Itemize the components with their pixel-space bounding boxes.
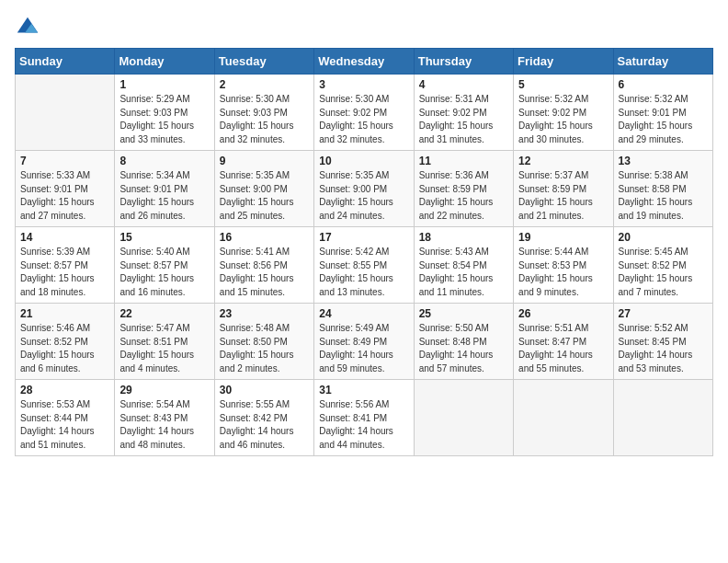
calendar-body: 1Sunrise: 5:29 AM Sunset: 9:03 PM Daylig… bbox=[16, 75, 713, 456]
day-info: Sunrise: 5:33 AM Sunset: 9:01 PM Dayligh… bbox=[20, 169, 109, 223]
day-number: 13 bbox=[619, 155, 708, 167]
day-info: Sunrise: 5:39 AM Sunset: 8:57 PM Dayligh… bbox=[20, 246, 109, 299]
day-info: Sunrise: 5:30 AM Sunset: 9:02 PM Dayligh… bbox=[319, 93, 408, 146]
calendar: SundayMondayTuesdayWednesdayThursdayFrid… bbox=[15, 48, 713, 456]
calendar-week-3: 14Sunrise: 5:39 AM Sunset: 8:57 PM Dayli… bbox=[16, 227, 713, 304]
day-number: 4 bbox=[419, 78, 508, 91]
calendar-cell: 11Sunrise: 5:36 AM Sunset: 8:59 PM Dayli… bbox=[414, 151, 513, 227]
day-number: 25 bbox=[419, 307, 508, 320]
day-info: Sunrise: 5:37 AM Sunset: 8:59 PM Dayligh… bbox=[518, 169, 608, 223]
weekday-header-wednesday: Wednesday bbox=[314, 49, 414, 75]
calendar-cell: 9Sunrise: 5:35 AM Sunset: 9:00 PM Daylig… bbox=[214, 151, 313, 227]
weekday-header-sunday: Sunday bbox=[16, 49, 115, 75]
calendar-week-4: 21Sunrise: 5:46 AM Sunset: 8:52 PM Dayli… bbox=[16, 304, 713, 380]
day-number: 18 bbox=[419, 231, 508, 244]
calendar-cell: 13Sunrise: 5:38 AM Sunset: 8:58 PM Dayli… bbox=[613, 151, 712, 227]
day-number: 17 bbox=[319, 231, 408, 244]
day-number: 15 bbox=[119, 231, 209, 244]
calendar-cell: 22Sunrise: 5:47 AM Sunset: 8:51 PM Dayli… bbox=[115, 304, 214, 380]
day-number: 9 bbox=[220, 155, 309, 167]
calendar-cell: 10Sunrise: 5:35 AM Sunset: 9:00 PM Dayli… bbox=[314, 151, 414, 227]
day-info: Sunrise: 5:34 AM Sunset: 9:01 PM Dayligh… bbox=[119, 169, 209, 223]
calendar-cell: 31Sunrise: 5:56 AM Sunset: 8:41 PM Dayli… bbox=[314, 380, 414, 456]
day-number: 24 bbox=[319, 307, 408, 320]
day-info: Sunrise: 5:52 AM Sunset: 8:45 PM Dayligh… bbox=[619, 322, 708, 375]
day-info: Sunrise: 5:29 AM Sunset: 9:03 PM Dayligh… bbox=[119, 93, 209, 146]
day-number: 30 bbox=[220, 384, 309, 396]
calendar-cell: 8Sunrise: 5:34 AM Sunset: 9:01 PM Daylig… bbox=[115, 151, 214, 227]
day-info: Sunrise: 5:32 AM Sunset: 9:01 PM Dayligh… bbox=[619, 93, 708, 146]
calendar-cell: 15Sunrise: 5:40 AM Sunset: 8:57 PM Dayli… bbox=[115, 227, 214, 304]
calendar-cell: 25Sunrise: 5:50 AM Sunset: 8:48 PM Dayli… bbox=[414, 304, 513, 380]
day-number: 27 bbox=[619, 307, 708, 320]
calendar-cell bbox=[514, 380, 613, 456]
day-number: 16 bbox=[220, 231, 309, 244]
calendar-cell: 19Sunrise: 5:44 AM Sunset: 8:53 PM Dayli… bbox=[514, 227, 613, 304]
day-info: Sunrise: 5:49 AM Sunset: 8:49 PM Dayligh… bbox=[319, 322, 408, 375]
day-info: Sunrise: 5:50 AM Sunset: 8:48 PM Dayligh… bbox=[419, 322, 508, 375]
calendar-cell bbox=[414, 380, 513, 456]
day-info: Sunrise: 5:51 AM Sunset: 8:47 PM Dayligh… bbox=[518, 322, 608, 375]
day-number: 21 bbox=[20, 307, 109, 320]
weekday-row: SundayMondayTuesdayWednesdayThursdayFrid… bbox=[16, 49, 713, 75]
calendar-cell: 7Sunrise: 5:33 AM Sunset: 9:01 PM Daylig… bbox=[16, 151, 115, 227]
day-info: Sunrise: 5:53 AM Sunset: 8:44 PM Dayligh… bbox=[20, 398, 109, 452]
calendar-header: SundayMondayTuesdayWednesdayThursdayFrid… bbox=[16, 49, 713, 75]
day-info: Sunrise: 5:36 AM Sunset: 8:59 PM Dayligh… bbox=[419, 169, 508, 223]
day-info: Sunrise: 5:32 AM Sunset: 9:02 PM Dayligh… bbox=[518, 93, 608, 146]
calendar-cell: 17Sunrise: 5:42 AM Sunset: 8:55 PM Dayli… bbox=[314, 227, 414, 304]
day-number: 23 bbox=[220, 307, 309, 320]
day-number: 7 bbox=[20, 155, 109, 167]
weekday-header-friday: Friday bbox=[514, 49, 613, 75]
day-info: Sunrise: 5:54 AM Sunset: 8:43 PM Dayligh… bbox=[119, 398, 209, 452]
day-number: 3 bbox=[319, 78, 408, 91]
day-info: Sunrise: 5:38 AM Sunset: 8:58 PM Dayligh… bbox=[619, 169, 708, 223]
day-number: 20 bbox=[619, 231, 708, 244]
calendar-cell: 12Sunrise: 5:37 AM Sunset: 8:59 PM Dayli… bbox=[514, 151, 613, 227]
logo bbox=[15, 15, 44, 40]
calendar-week-5: 28Sunrise: 5:53 AM Sunset: 8:44 PM Dayli… bbox=[16, 380, 713, 456]
day-info: Sunrise: 5:47 AM Sunset: 8:51 PM Dayligh… bbox=[119, 322, 209, 375]
day-info: Sunrise: 5:48 AM Sunset: 8:50 PM Dayligh… bbox=[220, 322, 309, 375]
day-number: 31 bbox=[319, 384, 408, 396]
day-number: 10 bbox=[319, 155, 408, 167]
day-info: Sunrise: 5:30 AM Sunset: 9:03 PM Dayligh… bbox=[220, 93, 309, 146]
calendar-cell: 28Sunrise: 5:53 AM Sunset: 8:44 PM Dayli… bbox=[16, 380, 115, 456]
day-number: 12 bbox=[518, 155, 608, 167]
weekday-header-thursday: Thursday bbox=[414, 49, 513, 75]
day-number: 14 bbox=[20, 231, 109, 244]
calendar-cell bbox=[613, 380, 712, 456]
day-info: Sunrise: 5:43 AM Sunset: 8:54 PM Dayligh… bbox=[419, 246, 508, 299]
day-number: 11 bbox=[419, 155, 508, 167]
weekday-header-saturday: Saturday bbox=[613, 49, 712, 75]
calendar-cell: 24Sunrise: 5:49 AM Sunset: 8:49 PM Dayli… bbox=[314, 304, 414, 380]
header bbox=[15, 15, 713, 40]
calendar-cell: 26Sunrise: 5:51 AM Sunset: 8:47 PM Dayli… bbox=[514, 304, 613, 380]
calendar-cell: 16Sunrise: 5:41 AM Sunset: 8:56 PM Dayli… bbox=[214, 227, 313, 304]
day-number: 6 bbox=[619, 78, 708, 91]
day-info: Sunrise: 5:35 AM Sunset: 9:00 PM Dayligh… bbox=[220, 169, 309, 223]
calendar-cell: 3Sunrise: 5:30 AM Sunset: 9:02 PM Daylig… bbox=[314, 75, 414, 151]
day-number: 8 bbox=[119, 155, 209, 167]
day-info: Sunrise: 5:56 AM Sunset: 8:41 PM Dayligh… bbox=[319, 398, 408, 452]
calendar-cell: 2Sunrise: 5:30 AM Sunset: 9:03 PM Daylig… bbox=[214, 75, 313, 151]
day-info: Sunrise: 5:35 AM Sunset: 9:00 PM Dayligh… bbox=[319, 169, 408, 223]
day-info: Sunrise: 5:45 AM Sunset: 8:52 PM Dayligh… bbox=[619, 246, 708, 299]
calendar-cell: 5Sunrise: 5:32 AM Sunset: 9:02 PM Daylig… bbox=[514, 75, 613, 151]
calendar-cell: 23Sunrise: 5:48 AM Sunset: 8:50 PM Dayli… bbox=[214, 304, 313, 380]
day-number: 29 bbox=[119, 384, 209, 396]
weekday-header-tuesday: Tuesday bbox=[214, 49, 313, 75]
calendar-cell: 14Sunrise: 5:39 AM Sunset: 8:57 PM Dayli… bbox=[16, 227, 115, 304]
calendar-cell: 4Sunrise: 5:31 AM Sunset: 9:02 PM Daylig… bbox=[414, 75, 513, 151]
calendar-cell: 20Sunrise: 5:45 AM Sunset: 8:52 PM Dayli… bbox=[613, 227, 712, 304]
calendar-cell: 27Sunrise: 5:52 AM Sunset: 8:45 PM Dayli… bbox=[613, 304, 712, 380]
calendar-cell: 1Sunrise: 5:29 AM Sunset: 9:03 PM Daylig… bbox=[115, 75, 214, 151]
day-number: 28 bbox=[20, 384, 109, 396]
day-info: Sunrise: 5:41 AM Sunset: 8:56 PM Dayligh… bbox=[220, 246, 309, 299]
day-number: 19 bbox=[518, 231, 608, 244]
day-info: Sunrise: 5:55 AM Sunset: 8:42 PM Dayligh… bbox=[220, 398, 309, 452]
day-info: Sunrise: 5:46 AM Sunset: 8:52 PM Dayligh… bbox=[20, 322, 109, 375]
weekday-header-monday: Monday bbox=[115, 49, 214, 75]
day-info: Sunrise: 5:40 AM Sunset: 8:57 PM Dayligh… bbox=[119, 246, 209, 299]
calendar-week-1: 1Sunrise: 5:29 AM Sunset: 9:03 PM Daylig… bbox=[16, 75, 713, 151]
